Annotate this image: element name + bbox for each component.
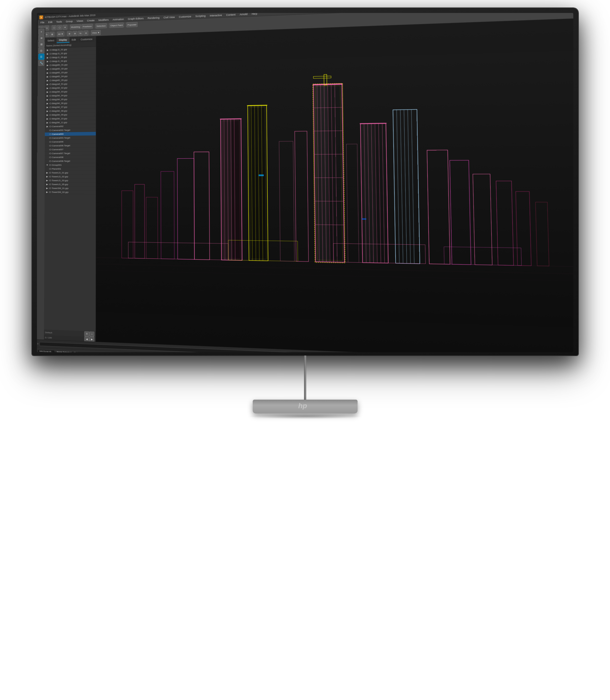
eye-icon[interactable]: [49, 61, 52, 62]
scene-item-group001[interactable]: ▼ Group001: [45, 163, 96, 167]
motion-panel-btn[interactable]: ◎: [38, 47, 44, 53]
eye-icon[interactable]: [49, 164, 51, 166]
eye-icon[interactable]: [49, 95, 51, 97]
tab-customize[interactable]: Customize: [78, 36, 95, 42]
eye-icon[interactable]: [49, 149, 51, 150]
viewport-area[interactable]: [+] [Perspective] [Standard] [Facets + E…: [96, 18, 573, 352]
eye-icon[interactable]: [49, 122, 51, 123]
add-layer-btn[interactable]: +: [89, 331, 94, 337]
eye-icon[interactable]: [49, 110, 51, 112]
menu-file[interactable]: File: [38, 21, 46, 24]
eye-icon[interactable]: [49, 145, 51, 146]
eye-icon[interactable]: [49, 172, 51, 174]
expand-icon: ▶: [46, 102, 49, 105]
eye-icon[interactable]: [49, 80, 52, 81]
view-dropdown[interactable]: View ▼: [91, 30, 101, 35]
eye-icon[interactable]: [49, 184, 51, 185]
modify-panel-btn[interactable]: ≋: [38, 35, 44, 41]
menu-tools[interactable]: Tools: [54, 20, 63, 23]
eye-icon[interactable]: [49, 191, 51, 193]
layer-btn[interactable]: ☰: [84, 331, 89, 337]
scene-item-towerlg02[interactable]: ▶ TowerLG_02.grp: [44, 175, 95, 179]
scene-item-towersm02[interactable]: ▶ TowerSM_02.grp: [44, 190, 95, 194]
angle-snap[interactable]: ⊕: [72, 31, 77, 36]
eye-icon[interactable]: [49, 107, 51, 108]
eye-icon[interactable]: [49, 87, 52, 89]
object-paint-btn[interactable]: Object Paint: [109, 22, 124, 28]
menu-interactive[interactable]: Interactive: [208, 13, 223, 17]
scene-item-camera007[interactable]: Camera007: [45, 147, 96, 152]
eye-icon[interactable]: [49, 114, 51, 116]
tab-edit[interactable]: Edit: [69, 37, 78, 43]
modeling-tab[interactable]: Modeling: [70, 24, 81, 30]
scene-item-camera008[interactable]: Camera008: [45, 155, 96, 159]
tab-display[interactable]: Display: [57, 37, 69, 43]
scene-item-camera008target[interactable]: Camera008.Target: [45, 159, 96, 163]
eye-icon[interactable]: [49, 137, 51, 139]
menu-help[interactable]: Help: [250, 13, 259, 16]
eye-icon[interactable]: [49, 188, 51, 189]
display-panel-btn[interactable]: ☰: [38, 53, 44, 60]
eye-icon[interactable]: [49, 141, 51, 143]
menu-content[interactable]: Content: [224, 13, 237, 17]
scene-item-plane001[interactable]: Plane001: [44, 167, 95, 171]
eye-icon[interactable]: [49, 53, 52, 54]
eye-icon[interactable]: [49, 168, 51, 169]
menu-views[interactable]: Views: [75, 19, 85, 22]
menu-create[interactable]: Create: [85, 18, 96, 22]
eye-icon[interactable]: [49, 126, 51, 127]
next-frame[interactable]: ▶: [89, 337, 94, 342]
eye-icon[interactable]: [49, 49, 52, 51]
eye-icon[interactable]: [49, 103, 51, 104]
scene-item-camera007target[interactable]: Camera007.Target: [45, 151, 96, 156]
percent-snap[interactable]: %: [78, 31, 83, 36]
menu-modifiers[interactable]: Modifiers: [97, 18, 110, 22]
menu-animation[interactable]: Animation: [111, 17, 125, 21]
menu-edit[interactable]: Edit: [46, 20, 54, 24]
menu-civil-view[interactable]: Civil View: [162, 15, 176, 19]
menu-scripting[interactable]: Scripting: [193, 14, 207, 18]
tab-select[interactable]: Select: [45, 38, 57, 44]
hierarchy-panel-btn[interactable]: ⊞: [38, 41, 44, 47]
eye-icon[interactable]: [49, 57, 52, 58]
selection-btn[interactable]: Selection: [95, 23, 107, 29]
eye-icon[interactable]: [49, 133, 51, 135]
menu-arnold[interactable]: Arnold: [238, 13, 249, 16]
all-filter[interactable]: All ▼: [57, 31, 64, 37]
eye-icon[interactable]: [49, 72, 52, 74]
scene-item-towersm01[interactable]: ▶ TowerSM_01.grp: [44, 186, 95, 190]
utilities-panel-btn[interactable]: 🔧: [38, 60, 44, 66]
scene-list[interactable]: ▶ BldgLG_01.grp ▶ BldgLG_02.grp ▶: [44, 47, 96, 331]
eye-icon[interactable]: [49, 153, 51, 154]
select-region-btn[interactable]: ⬡: [57, 25, 62, 30]
eye-icon[interactable]: [49, 118, 51, 119]
spinner-snap[interactable]: ⊖: [83, 30, 88, 36]
select-object-btn[interactable]: ⬡: [51, 25, 56, 30]
eye-icon[interactable]: [49, 161, 51, 162]
eye-icon[interactable]: [49, 130, 51, 131]
create-panel-btn[interactable]: +: [38, 29, 44, 35]
prev-frame[interactable]: ◀: [84, 337, 89, 342]
populate-btn[interactable]: Populate: [126, 22, 138, 28]
menu-group[interactable]: Group: [64, 19, 74, 23]
menu-graph-editors[interactable]: Graph Editors: [126, 17, 145, 21]
scene-item-towerlg03[interactable]: ▶ TowerLG_03.grp: [44, 179, 95, 183]
eye-icon[interactable]: [49, 84, 52, 85]
select-by-name-btn[interactable]: ✦: [62, 25, 67, 30]
freeform-tab[interactable]: Freeform: [81, 24, 93, 29]
eye-icon[interactable]: [49, 65, 52, 66]
expand-icon: ▶: [46, 175, 48, 178]
eye-icon[interactable]: [49, 157, 51, 158]
eye-icon[interactable]: [49, 180, 51, 181]
eye-icon[interactable]: [49, 99, 51, 100]
eye-icon[interactable]: [49, 68, 52, 70]
snap-toggle[interactable]: ⊕: [67, 31, 72, 36]
scale-btn[interactable]: ⊠: [49, 32, 54, 37]
eye-icon[interactable]: [49, 76, 52, 77]
scene-item-towerlg05[interactable]: ▶ TowerLG_05.grp: [44, 183, 95, 186]
menu-customize[interactable]: Customize: [177, 15, 193, 19]
eye-icon[interactable]: [49, 176, 51, 177]
eye-icon[interactable]: [49, 91, 52, 93]
menu-rendering[interactable]: Rendering: [146, 16, 161, 20]
scene-item-towerlg01[interactable]: ▶ TowerLG_01.grp: [44, 171, 95, 175]
